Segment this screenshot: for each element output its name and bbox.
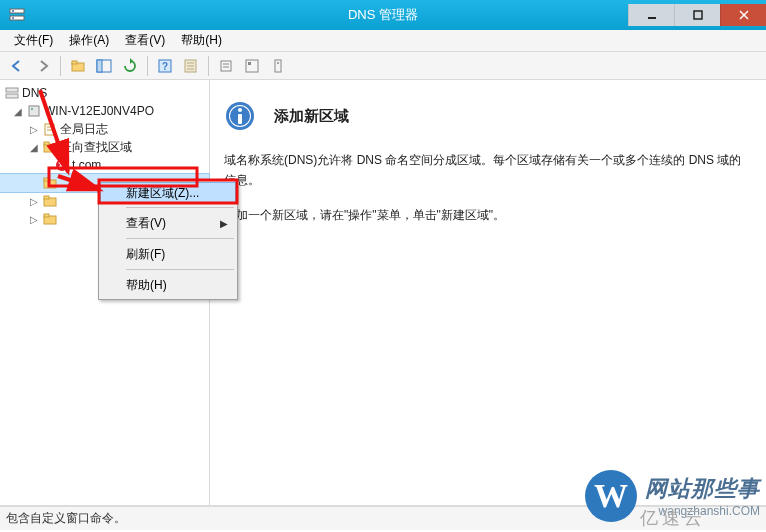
statusbar-text: 包含自定义窗口命令。 — [6, 510, 126, 527]
context-new-zone-label: 新建区域(Z)... — [126, 185, 199, 202]
up-button[interactable] — [66, 54, 90, 78]
log-icon — [42, 121, 58, 137]
content-header: 添加新区域 — [224, 100, 752, 132]
tool-button-3[interactable] — [266, 54, 290, 78]
context-refresh[interactable]: 刷新(F) — [100, 242, 236, 266]
tool-button-2[interactable] — [240, 54, 264, 78]
context-refresh-label: 刷新(F) — [126, 246, 165, 263]
svg-rect-25 — [6, 88, 18, 92]
svg-rect-5 — [694, 11, 702, 19]
content-paragraph-1: 域名称系统(DNS)允许将 DNS 命名空间分成区域。每个区域存储有关一个或多个… — [224, 150, 752, 191]
tree-root-label: DNS — [22, 86, 47, 100]
watermark-zh: 网站那些事 — [645, 474, 760, 504]
dns-icon — [4, 85, 20, 101]
properties-button[interactable] — [179, 54, 203, 78]
back-button[interactable] — [5, 54, 29, 78]
tree-global-log-label: 全局日志 — [60, 121, 108, 138]
svg-rect-42 — [44, 214, 49, 217]
show-hide-tree-button[interactable] — [92, 54, 116, 78]
menu-help[interactable]: 帮助(H) — [173, 32, 230, 49]
folder-icon — [42, 139, 58, 155]
toolbar-separator — [208, 56, 209, 76]
content-pane: 添加新区域 域名称系统(DNS)允许将 DNS 命名空间分成区域。每个区域存储有… — [210, 80, 766, 505]
svg-point-46 — [238, 108, 242, 112]
svg-text:?: ? — [162, 61, 168, 72]
collapse-icon[interactable]: ◢ — [12, 106, 24, 117]
tree-zone-error[interactable]: t.com — [0, 156, 209, 174]
svg-rect-9 — [72, 61, 77, 64]
expand-icon[interactable]: ▷ — [28, 196, 40, 207]
svg-rect-33 — [44, 142, 49, 145]
tree-global-log[interactable]: ▷ 全局日志 — [0, 120, 209, 138]
app-icon — [5, 3, 29, 27]
folder-icon — [42, 211, 58, 227]
expand-icon[interactable]: ▷ — [28, 214, 40, 225]
svg-point-3 — [12, 17, 14, 19]
tree-server[interactable]: ◢ WIN-V12EJ0NV4PO — [0, 102, 209, 120]
svg-rect-40 — [44, 196, 49, 199]
menubar: 文件(F) 操作(A) 查看(V) 帮助(H) — [0, 30, 766, 52]
expand-icon[interactable] — [28, 178, 40, 189]
context-separator — [126, 207, 234, 208]
toolbar: ? — [0, 52, 766, 80]
server-icon — [26, 103, 42, 119]
svg-rect-21 — [246, 60, 258, 72]
minimize-button[interactable] — [628, 4, 674, 26]
context-separator — [126, 269, 234, 270]
close-button[interactable] — [720, 4, 766, 26]
svg-rect-38 — [44, 178, 49, 181]
folder-icon — [42, 193, 58, 209]
toolbar-separator — [147, 56, 148, 76]
titlebar: DNS 管理器 — [0, 0, 766, 30]
svg-point-2 — [12, 10, 14, 12]
menu-action[interactable]: 操作(A) — [61, 32, 117, 49]
svg-point-28 — [31, 108, 33, 110]
context-view-label: 查看(V) — [126, 215, 166, 232]
svg-rect-23 — [275, 60, 281, 72]
content-heading: 添加新区域 — [274, 107, 349, 126]
menu-file[interactable]: 文件(F) — [6, 32, 61, 49]
svg-rect-26 — [6, 94, 18, 98]
forward-button[interactable] — [31, 54, 55, 78]
window-controls — [628, 4, 766, 26]
context-help-label: 帮助(H) — [126, 277, 167, 294]
info-icon — [224, 100, 256, 132]
svg-rect-47 — [238, 114, 242, 124]
folder-icon — [42, 175, 58, 191]
submenu-arrow-icon: ▶ — [220, 218, 228, 229]
context-view[interactable]: 查看(V) ▶ — [100, 211, 236, 235]
error-icon — [54, 157, 70, 173]
svg-rect-22 — [248, 62, 251, 65]
svg-rect-27 — [29, 106, 39, 116]
tool-button-1[interactable] — [214, 54, 238, 78]
tree-forward-zone[interactable]: ◢ 正向查找区域 — [0, 138, 209, 156]
tree-root-dns[interactable]: DNS — [0, 84, 209, 102]
watermark-logo: W — [585, 470, 637, 522]
maximize-button[interactable] — [674, 4, 720, 26]
help-button[interactable]: ? — [153, 54, 177, 78]
content-paragraph-2: 添加一个新区域，请在"操作"菜单，单击"新建区域"。 — [224, 205, 752, 225]
svg-rect-18 — [221, 61, 231, 71]
tree-zone-error-label: t.com — [72, 158, 101, 172]
context-help[interactable]: 帮助(H) — [100, 273, 236, 297]
collapse-icon[interactable]: ◢ — [28, 142, 40, 153]
svg-point-24 — [277, 62, 279, 64]
toolbar-separator — [60, 56, 61, 76]
context-separator — [126, 238, 234, 239]
watermark-yisuyun: 亿速云 — [640, 506, 706, 530]
svg-rect-11 — [97, 60, 102, 72]
expand-icon[interactable]: ▷ — [28, 124, 40, 135]
refresh-button[interactable] — [118, 54, 142, 78]
context-menu: 新建区域(Z)... 查看(V) ▶ 刷新(F) 帮助(H) — [98, 179, 238, 300]
window-title: DNS 管理器 — [348, 6, 418, 24]
tree-forward-zone-label: 正向查找区域 — [60, 139, 132, 156]
menu-view[interactable]: 查看(V) — [117, 32, 173, 49]
tree-server-label: WIN-V12EJ0NV4PO — [44, 104, 154, 118]
context-new-zone[interactable]: 新建区域(Z)... — [100, 182, 236, 204]
